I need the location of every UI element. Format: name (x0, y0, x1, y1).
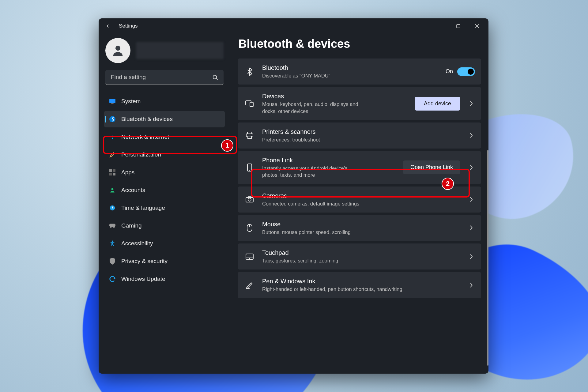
card-title: Pen & Windows Ink (262, 277, 460, 285)
svg-rect-19 (250, 102, 253, 107)
svg-rect-12 (113, 169, 115, 172)
card-title: Phone Link (262, 156, 396, 164)
devices-icon (244, 100, 255, 107)
minimize-button[interactable] (430, 19, 449, 33)
nav-label: Personalization (121, 151, 161, 158)
card-title: Mouse (262, 221, 460, 228)
paintbrush-icon (109, 151, 116, 158)
nav-list: System Bluetooth & devices Network & int… (104, 93, 225, 287)
profile-block[interactable] (105, 38, 224, 63)
open-phone-link-button[interactable]: Open Phone Link (403, 160, 460, 174)
printer-icon (244, 132, 255, 139)
close-button[interactable] (468, 19, 487, 33)
maximize-button[interactable] (449, 19, 468, 33)
card-title: Devices (262, 92, 407, 100)
nav-personalization[interactable]: Personalization (104, 146, 225, 163)
bluetooth-icon (244, 67, 255, 76)
svg-rect-14 (113, 173, 115, 175)
chevron-right-icon (468, 225, 475, 231)
settings-card-list: Bluetooth Discoverable as "ONYIMADU" On (238, 58, 481, 289)
card-subtitle: Right-handed or left-handed, pen button … (262, 286, 460, 292)
add-device-button[interactable]: Add device (415, 97, 460, 111)
card-title: Cameras (262, 192, 460, 200)
card-title: Bluetooth (262, 64, 438, 72)
nav-time-language[interactable]: Time & language (104, 200, 225, 216)
chevron-right-icon (468, 282, 475, 288)
svg-rect-11 (109, 169, 112, 172)
annotation-badge-1: 1 (221, 139, 233, 152)
nav-accessibility[interactable]: Accessibility (104, 235, 225, 252)
clock-icon (109, 205, 116, 211)
card-subtitle: Discoverable as "ONYIMADU" (262, 72, 438, 79)
nav-label: System (121, 98, 141, 105)
sidebar: System Bluetooth & devices Network & int… (99, 34, 230, 374)
chevron-right-icon (468, 197, 475, 202)
update-icon (109, 276, 116, 282)
card-subtitle: Connected cameras, default image setting… (262, 200, 460, 207)
person-icon (111, 43, 125, 58)
card-printers-scanners[interactable]: Printers & scanners Preferences, trouble… (238, 123, 481, 149)
content-pane: Bluetooth & devices Bluetooth Discoverab… (230, 34, 488, 374)
card-bluetooth[interactable]: Bluetooth Discoverable as "ONYIMADU" On (238, 58, 481, 85)
titlebar: Settings (99, 18, 488, 34)
chevron-right-icon (468, 133, 475, 138)
nav-windows-update[interactable]: Windows Update (104, 271, 225, 287)
mouse-icon (244, 224, 255, 232)
nav-bluetooth-devices[interactable]: Bluetooth & devices (104, 111, 225, 127)
annotation-badge-2: 2 (442, 178, 454, 190)
profile-name-redacted (136, 42, 224, 59)
desktop-background: Settings (0, 0, 588, 392)
nav-label: Gaming (121, 222, 142, 229)
search-input[interactable] (105, 70, 224, 85)
minimize-icon (437, 24, 441, 28)
nav-apps[interactable]: Apps (104, 164, 225, 181)
svg-point-26 (248, 198, 251, 201)
svg-point-15 (111, 188, 114, 190)
avatar (105, 38, 130, 63)
chevron-right-icon (468, 165, 475, 170)
svg-point-5 (115, 46, 120, 51)
nav-gaming[interactable]: Gaming (104, 217, 225, 234)
account-icon (109, 187, 116, 194)
card-subtitle: Instantly access your Android device's p… (262, 165, 363, 179)
nav-label: Windows Update (121, 276, 165, 282)
card-title: Printers & scanners (262, 128, 460, 136)
bluetooth-icon (109, 116, 116, 123)
card-pen-windows-ink[interactable]: Pen & Windows Ink Right-handed or left-h… (238, 272, 481, 298)
arrow-left-icon (106, 23, 111, 29)
nav-privacy-security[interactable]: Privacy & security (104, 253, 225, 270)
system-icon (109, 98, 116, 105)
nav-label: Network & internet (121, 134, 169, 140)
svg-rect-8 (109, 99, 115, 103)
wifi-icon (109, 134, 116, 140)
card-devices[interactable]: Devices Mouse, keyboard, pen, audio, dis… (238, 87, 481, 120)
gamepad-icon (109, 222, 116, 229)
back-button[interactable] (104, 21, 113, 31)
bluetooth-toggle[interactable] (457, 67, 475, 76)
nav-label: Accounts (121, 187, 145, 194)
shield-icon (109, 258, 116, 265)
card-title: Touchpad (262, 249, 460, 257)
chevron-right-icon (468, 101, 475, 106)
page-title: Bluetooth & devices (238, 37, 481, 51)
settings-window: Settings (99, 18, 488, 374)
toggle-state-label: On (446, 68, 453, 75)
window-title: Settings (119, 23, 138, 29)
card-subtitle: Mouse, keyboard, pen, audio, displays an… (262, 101, 363, 115)
nav-label: Apps (121, 169, 134, 176)
card-touchpad[interactable]: Touchpad Taps, gestures, scrolling, zoom… (238, 243, 481, 270)
nav-network[interactable]: Network & internet (104, 129, 225, 145)
touchpad-icon (244, 253, 255, 260)
nav-accounts[interactable]: Accounts (104, 182, 225, 198)
card-subtitle: Taps, gestures, scrolling, zooming (262, 257, 460, 264)
svg-rect-21 (246, 134, 253, 137)
nav-label: Accessibility (121, 240, 153, 247)
phone-icon (244, 163, 255, 172)
maximize-icon (456, 24, 460, 28)
card-subtitle: Buttons, mouse pointer speed, scrolling (262, 229, 460, 236)
search-box[interactable] (105, 70, 224, 85)
nav-system[interactable]: System (104, 93, 225, 110)
card-cameras[interactable]: Cameras Connected cameras, default image… (238, 187, 481, 213)
scrollbar[interactable] (487, 150, 488, 366)
card-mouse[interactable]: Mouse Buttons, mouse pointer speed, scro… (238, 215, 481, 241)
